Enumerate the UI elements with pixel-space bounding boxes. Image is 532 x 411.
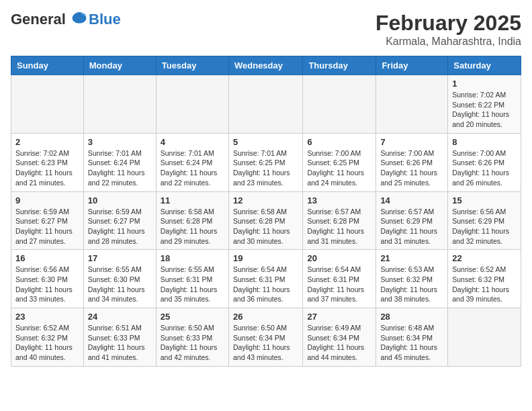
day-number: 13: [307, 195, 371, 205]
calendar-cell: 3Sunrise: 7:01 AM Sunset: 6:24 PM Daylig…: [83, 133, 156, 191]
calendar-cell: 24Sunrise: 6:51 AM Sunset: 6:33 PM Dayli…: [83, 308, 156, 367]
calendar-cell: 13Sunrise: 6:57 AM Sunset: 6:28 PM Dayli…: [303, 191, 376, 250]
week-row-2: 9Sunrise: 6:59 AM Sunset: 6:27 PM Daylig…: [11, 191, 521, 250]
day-number: 15: [452, 195, 517, 205]
day-number: 19: [233, 253, 298, 263]
week-row-3: 16Sunrise: 6:56 AM Sunset: 6:30 PM Dayli…: [11, 250, 521, 308]
day-info: Sunrise: 7:02 AM Sunset: 6:22 PM Dayligh…: [452, 90, 517, 130]
day-number: 9: [15, 195, 79, 205]
day-info: Sunrise: 6:50 AM Sunset: 6:33 PM Dayligh…: [161, 323, 224, 363]
calendar-cell: [83, 75, 156, 134]
day-info: Sunrise: 6:57 AM Sunset: 6:28 PM Dayligh…: [307, 207, 371, 246]
day-number: 7: [380, 137, 443, 147]
weekday-header-row: SundayMondayTuesdayWednesdayThursdayFrid…: [11, 56, 521, 75]
location-title: Karmala, Maharashtra, India: [375, 36, 521, 48]
day-number: 14: [380, 195, 443, 205]
calendar-cell: 4Sunrise: 7:01 AM Sunset: 6:24 PM Daylig…: [156, 133, 228, 191]
calendar-cell: 16Sunrise: 6:56 AM Sunset: 6:30 PM Dayli…: [11, 250, 84, 308]
day-info: Sunrise: 6:54 AM Sunset: 6:31 PM Dayligh…: [233, 265, 298, 304]
day-info: Sunrise: 6:56 AM Sunset: 6:30 PM Dayligh…: [15, 265, 79, 304]
day-number: 23: [15, 312, 79, 322]
day-info: Sunrise: 6:58 AM Sunset: 6:28 PM Dayligh…: [233, 207, 298, 246]
day-info: Sunrise: 6:57 AM Sunset: 6:29 PM Dayligh…: [380, 207, 443, 246]
day-number: 12: [233, 195, 298, 205]
week-row-0: 1Sunrise: 7:02 AM Sunset: 6:22 PM Daylig…: [11, 75, 521, 134]
day-info: Sunrise: 6:52 AM Sunset: 6:32 PM Dayligh…: [452, 265, 517, 304]
logo-line1: General: [11, 11, 66, 28]
title-area: February 2025 Karmala, Maharashtra, Indi…: [375, 11, 521, 48]
calendar-cell: [228, 75, 302, 134]
day-info: Sunrise: 7:00 AM Sunset: 6:25 PM Dayligh…: [307, 148, 371, 188]
weekday-header-tuesday: Tuesday: [156, 56, 228, 75]
calendar-cell: [156, 75, 228, 134]
day-number: 28: [380, 312, 443, 322]
calendar-cell: 27Sunrise: 6:49 AM Sunset: 6:34 PM Dayli…: [303, 308, 376, 367]
week-row-1: 2Sunrise: 7:02 AM Sunset: 6:23 PM Daylig…: [11, 133, 521, 191]
calendar-cell: 2Sunrise: 7:02 AM Sunset: 6:23 PM Daylig…: [11, 133, 84, 191]
day-info: Sunrise: 6:48 AM Sunset: 6:34 PM Dayligh…: [380, 323, 443, 363]
day-info: Sunrise: 7:02 AM Sunset: 6:23 PM Dayligh…: [15, 148, 79, 188]
calendar-cell: [303, 75, 376, 134]
day-info: Sunrise: 7:00 AM Sunset: 6:26 PM Dayligh…: [380, 148, 443, 188]
day-info: Sunrise: 6:52 AM Sunset: 6:32 PM Dayligh…: [15, 323, 79, 363]
month-title: February 2025: [375, 11, 521, 36]
day-number: 3: [88, 137, 152, 147]
day-number: 21: [380, 253, 443, 263]
day-number: 2: [15, 137, 79, 147]
day-info: Sunrise: 6:53 AM Sunset: 6:32 PM Dayligh…: [380, 265, 443, 304]
weekday-header-wednesday: Wednesday: [228, 56, 302, 75]
day-info: Sunrise: 6:49 AM Sunset: 6:34 PM Dayligh…: [307, 323, 371, 363]
day-number: 18: [161, 253, 224, 263]
calendar-cell: [11, 75, 84, 134]
day-info: Sunrise: 6:50 AM Sunset: 6:34 PM Dayligh…: [233, 323, 298, 363]
calendar-cell: 28Sunrise: 6:48 AM Sunset: 6:34 PM Dayli…: [376, 308, 448, 367]
calendar-cell: 1Sunrise: 7:02 AM Sunset: 6:22 PM Daylig…: [448, 75, 521, 134]
day-number: 8: [452, 137, 517, 147]
day-info: Sunrise: 7:01 AM Sunset: 6:25 PM Dayligh…: [233, 148, 298, 188]
calendar-cell: 20Sunrise: 6:54 AM Sunset: 6:31 PM Dayli…: [303, 250, 376, 308]
calendar-cell: 12Sunrise: 6:58 AM Sunset: 6:28 PM Dayli…: [228, 191, 302, 250]
day-info: Sunrise: 6:54 AM Sunset: 6:31 PM Dayligh…: [307, 265, 371, 304]
day-number: 25: [161, 312, 224, 322]
logo: General Blue: [11, 11, 121, 28]
weekday-header-sunday: Sunday: [11, 56, 84, 75]
day-number: 10: [88, 195, 152, 205]
calendar-cell: 14Sunrise: 6:57 AM Sunset: 6:29 PM Dayli…: [376, 191, 448, 250]
day-info: Sunrise: 6:59 AM Sunset: 6:27 PM Dayligh…: [15, 207, 79, 246]
weekday-header-thursday: Thursday: [303, 56, 376, 75]
calendar-cell: [376, 75, 448, 134]
calendar-cell: 7Sunrise: 7:00 AM Sunset: 6:26 PM Daylig…: [376, 133, 448, 191]
calendar-cell: 22Sunrise: 6:52 AM Sunset: 6:32 PM Dayli…: [448, 250, 521, 308]
calendar-cell: 11Sunrise: 6:58 AM Sunset: 6:28 PM Dayli…: [156, 191, 228, 250]
day-number: 11: [161, 195, 224, 205]
calendar-cell: 8Sunrise: 7:00 AM Sunset: 6:26 PM Daylig…: [448, 133, 521, 191]
day-number: 4: [161, 137, 224, 147]
header: General Blue February 2025 Karmala, Maha…: [11, 11, 521, 48]
day-number: 6: [307, 137, 371, 147]
day-number: 24: [88, 312, 152, 322]
calendar-cell: [448, 308, 521, 367]
day-number: 1: [452, 79, 517, 89]
calendar-cell: 17Sunrise: 6:55 AM Sunset: 6:30 PM Dayli…: [83, 250, 156, 308]
day-info: Sunrise: 6:51 AM Sunset: 6:33 PM Dayligh…: [88, 323, 152, 363]
day-info: Sunrise: 7:01 AM Sunset: 6:24 PM Dayligh…: [88, 148, 152, 188]
logo-line2: Blue: [89, 11, 121, 28]
calendar-cell: 23Sunrise: 6:52 AM Sunset: 6:32 PM Dayli…: [11, 308, 84, 367]
weekday-header-monday: Monday: [83, 56, 156, 75]
day-info: Sunrise: 7:00 AM Sunset: 6:26 PM Dayligh…: [452, 148, 517, 188]
calendar-cell: 10Sunrise: 6:59 AM Sunset: 6:27 PM Dayli…: [83, 191, 156, 250]
weekday-header-friday: Friday: [376, 56, 448, 75]
day-info: Sunrise: 6:58 AM Sunset: 6:28 PM Dayligh…: [161, 207, 224, 246]
day-info: Sunrise: 6:55 AM Sunset: 6:31 PM Dayligh…: [161, 265, 224, 304]
calendar-cell: 25Sunrise: 6:50 AM Sunset: 6:33 PM Dayli…: [156, 308, 228, 367]
calendar-cell: 21Sunrise: 6:53 AM Sunset: 6:32 PM Dayli…: [376, 250, 448, 308]
calendar: SundayMondayTuesdayWednesdayThursdayFrid…: [11, 56, 521, 367]
calendar-cell: 26Sunrise: 6:50 AM Sunset: 6:34 PM Dayli…: [228, 308, 302, 367]
weekday-header-saturday: Saturday: [448, 56, 521, 75]
week-row-4: 23Sunrise: 6:52 AM Sunset: 6:32 PM Dayli…: [11, 308, 521, 367]
day-number: 20: [307, 253, 371, 263]
day-number: 27: [307, 312, 371, 322]
calendar-cell: 18Sunrise: 6:55 AM Sunset: 6:31 PM Dayli…: [156, 250, 228, 308]
calendar-cell: 9Sunrise: 6:59 AM Sunset: 6:27 PM Daylig…: [11, 191, 84, 250]
calendar-cell: 15Sunrise: 6:56 AM Sunset: 6:29 PM Dayli…: [448, 191, 521, 250]
